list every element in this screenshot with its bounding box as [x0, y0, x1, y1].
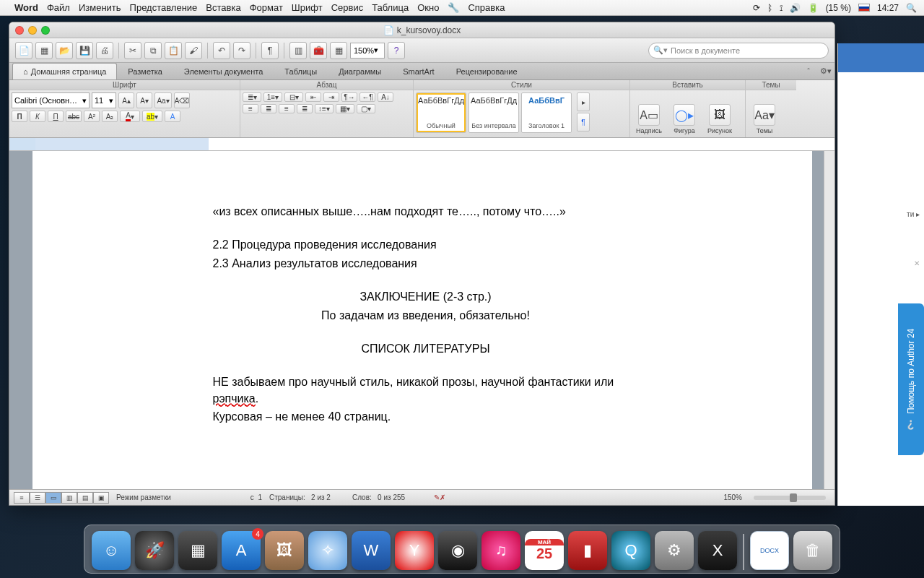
- borders-button[interactable]: ▢▾: [357, 104, 375, 113]
- undo-button[interactable]: ↶: [213, 42, 230, 59]
- ribbon-settings[interactable]: ⚙▾: [817, 63, 834, 79]
- multilevel-button[interactable]: ⊟▾: [284, 92, 303, 102]
- style-normal[interactable]: АаБбВвГгДдОбычный: [416, 92, 466, 133]
- clear-format-button[interactable]: A⌫: [174, 92, 190, 108]
- menu-file[interactable]: Файл: [47, 2, 70, 13]
- rtl-button[interactable]: ←¶: [359, 92, 375, 102]
- style-nospacing[interactable]: АаБбВвГгДдБез интервала: [468, 92, 519, 133]
- menu-insert[interactable]: Вставка: [206, 2, 240, 13]
- status-zoom[interactable]: 150%: [723, 493, 742, 501]
- print-button[interactable]: 🖨: [96, 42, 113, 59]
- menu-help[interactable]: Справка: [468, 2, 505, 13]
- font-family-select[interactable]: Calibri (Основн…▾: [12, 92, 90, 108]
- text-effects-button[interactable]: A: [165, 111, 180, 122]
- line-spacing-button[interactable]: ↕≡▾: [315, 104, 334, 113]
- view-outline[interactable]: ☰: [30, 492, 45, 504]
- show-marks-button[interactable]: ¶: [261, 42, 279, 59]
- zoom-slider[interactable]: [754, 496, 826, 500]
- menu-tools[interactable]: Сервис: [331, 2, 364, 13]
- document-search[interactable]: 🔍▾ Поиск в документе: [648, 43, 829, 59]
- justify-button[interactable]: ≣: [297, 104, 313, 113]
- app-name[interactable]: Word: [14, 2, 38, 13]
- grow-font-button[interactable]: A▴: [118, 92, 134, 108]
- indent-dec-button[interactable]: ⇤: [305, 92, 321, 102]
- dock-app-photo[interactable]: 🖼: [265, 531, 304, 570]
- new-doc-button[interactable]: 📄: [15, 42, 32, 59]
- insert-picture-button[interactable]: 🖼Рисунок: [703, 92, 736, 134]
- dock-app-itunes[interactable]: ♫: [481, 531, 520, 570]
- underline-button[interactable]: П: [48, 111, 64, 122]
- menu-script[interactable]: 🔧: [448, 2, 459, 13]
- zoom-select[interactable]: 150% ▾: [350, 43, 385, 59]
- view-print[interactable]: ▭: [45, 492, 61, 504]
- sync-icon[interactable]: ⟳: [753, 3, 760, 13]
- subscript-button[interactable]: A₂: [102, 111, 118, 122]
- volume-icon[interactable]: 🔊: [790, 3, 801, 13]
- themes-button[interactable]: Aa▾Темы: [748, 92, 781, 134]
- ribbon-collapse[interactable]: ˆ: [800, 63, 817, 79]
- paste-button[interactable]: 📋: [165, 42, 182, 59]
- spellcheck-icon[interactable]: ✎✗: [434, 493, 445, 501]
- menu-format[interactable]: Формат: [250, 2, 283, 13]
- styles-pane-button[interactable]: ¶: [577, 113, 590, 131]
- cut-button[interactable]: ✂: [124, 42, 141, 59]
- window-zoom[interactable]: [41, 26, 50, 35]
- bullets-button[interactable]: ≣▾: [243, 92, 261, 102]
- template-button[interactable]: ▦: [35, 42, 53, 59]
- save-button[interactable]: 💾: [76, 42, 93, 59]
- format-painter-button[interactable]: 🖌: [185, 42, 202, 59]
- menu-font[interactable]: Шрифт: [292, 2, 323, 13]
- dock-app-facetime[interactable]: ◉: [438, 531, 477, 570]
- superscript-button[interactable]: A²: [84, 111, 100, 122]
- ltr-button[interactable]: ¶→: [341, 92, 357, 102]
- page[interactable]: «из всех описанных выше…..нам подходят т…: [32, 151, 812, 489]
- change-case-button[interactable]: Aa▾: [154, 92, 172, 108]
- dock-app-appstore[interactable]: A: [222, 531, 261, 570]
- numbering-button[interactable]: 1≡▾: [263, 92, 282, 102]
- dock-app-finder[interactable]: ☺: [92, 531, 131, 570]
- toolbox-button[interactable]: 🧰: [310, 42, 327, 59]
- view-notebook[interactable]: ▥: [61, 492, 77, 504]
- gallery-button[interactable]: ▦: [330, 42, 347, 59]
- dock-app-mission[interactable]: ▦: [178, 531, 217, 570]
- copy-button[interactable]: ⧉: [144, 42, 162, 59]
- ruler[interactable]: [9, 138, 834, 151]
- tab-docelements[interactable]: Элементы документа: [173, 63, 274, 79]
- dock-app-launchpad[interactable]: 🚀: [135, 531, 174, 570]
- tab-layout[interactable]: Разметка: [117, 63, 173, 79]
- tab-home[interactable]: ⌂Домашняя страница: [12, 63, 117, 79]
- insert-textbox-button[interactable]: A▭Надпись: [632, 92, 666, 134]
- dock-app-settings[interactable]: ⚙: [655, 531, 694, 570]
- align-left-button[interactable]: ≡: [243, 104, 258, 113]
- help-button[interactable]: ?: [388, 42, 405, 59]
- dock-app-quicktime[interactable]: Q: [611, 531, 650, 570]
- wifi-icon[interactable]: ⟟: [780, 3, 783, 13]
- tab-review[interactable]: Рецензирование: [445, 63, 528, 79]
- dock-app-app2[interactable]: ▮: [568, 531, 607, 570]
- bluetooth-icon[interactable]: ᛒ: [767, 3, 772, 13]
- dock-app-word[interactable]: W: [352, 531, 391, 570]
- dock-app-yandex[interactable]: Y: [395, 531, 434, 570]
- dock-app-excel[interactable]: X: [698, 531, 737, 570]
- sort-button[interactable]: A↓: [378, 92, 393, 102]
- clock[interactable]: 14:27: [877, 3, 899, 13]
- redo-button[interactable]: ↷: [233, 42, 250, 59]
- open-button[interactable]: 📂: [56, 42, 73, 59]
- align-right-button[interactable]: ≡: [279, 104, 295, 113]
- font-color-button[interactable]: A▾: [120, 111, 140, 122]
- italic-button[interactable]: К: [30, 111, 45, 122]
- tab-tables[interactable]: Таблицы: [274, 63, 328, 79]
- font-size-select[interactable]: 11▾: [92, 92, 116, 108]
- style-heading1[interactable]: АаБбВвГЗаголовок 1: [521, 92, 572, 133]
- dock-app-safari[interactable]: ✧: [308, 531, 347, 570]
- view-draft[interactable]: ≡: [14, 492, 30, 504]
- menu-table[interactable]: Таблица: [372, 2, 409, 13]
- align-center-button[interactable]: ≣: [261, 104, 276, 113]
- menu-edit[interactable]: Изменить: [79, 2, 121, 13]
- shading-button[interactable]: ▦▾: [336, 104, 354, 113]
- sidebar-button[interactable]: ▥: [289, 42, 307, 59]
- dock-doc-docx[interactable]: DOCX: [750, 531, 789, 570]
- menu-window[interactable]: Окно: [417, 2, 439, 13]
- dock-trash[interactable]: 🗑: [793, 531, 832, 570]
- dock-app-calendar[interactable]: МАЙ25: [525, 531, 564, 570]
